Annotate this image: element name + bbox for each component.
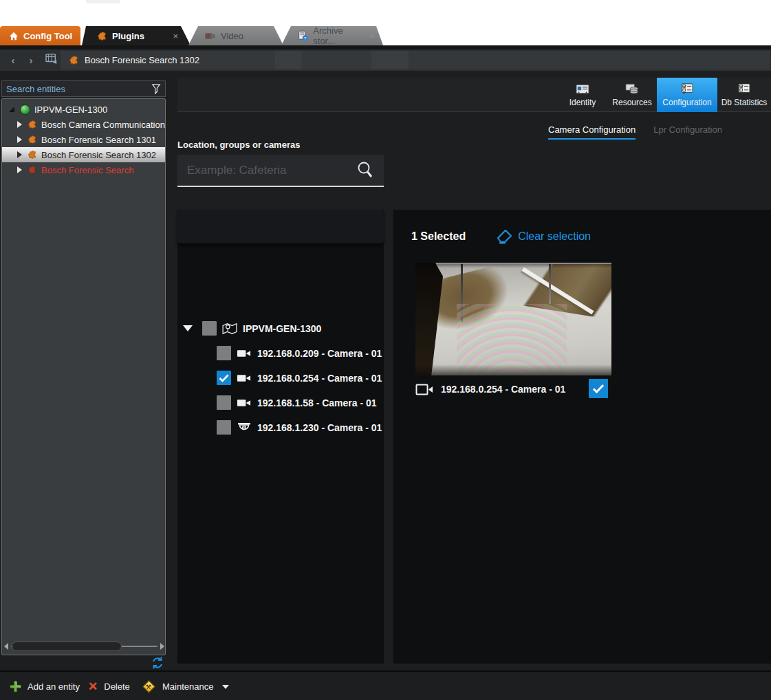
scrollbar-thumb[interactable] xyxy=(12,642,122,651)
plugin-puzzle-icon xyxy=(28,135,37,144)
camera-row[interactable]: 192.168.1.58 - Camera - 01 xyxy=(217,395,377,410)
camera-row-checked[interactable]: 192.168.0.254 - Camera - 01 xyxy=(217,371,382,385)
tab-plugins-label: Plugins xyxy=(112,31,144,41)
configuration-icon xyxy=(680,83,694,95)
refresh-button[interactable] xyxy=(151,656,166,671)
camera-row[interactable]: 192.168.1.230 - Camera - 01 xyxy=(217,420,382,435)
home-icon xyxy=(9,32,19,41)
chevron-down-icon xyxy=(222,685,229,689)
expander-open-icon[interactable] xyxy=(9,107,14,112)
camera-tree-panel: IPPVM-GEN-1300 192.168.0.209 - Camera - … xyxy=(177,210,384,664)
resources-icon xyxy=(625,83,639,95)
checkbox-unchecked[interactable] xyxy=(217,395,231,410)
search-icon[interactable] xyxy=(356,161,374,180)
camera-search-label: Location, groups or cameras xyxy=(177,140,300,150)
plugin-puzzle-icon xyxy=(28,165,37,175)
maintenance-button[interactable]: ⚒ Maintenance xyxy=(144,672,229,700)
tab-identity-label: Identity xyxy=(569,98,596,107)
maintenance-label: Maintenance xyxy=(162,681,213,692)
horizontal-scrollbar[interactable] xyxy=(4,641,164,652)
checkbox-checked[interactable] xyxy=(589,379,608,398)
entity-tree-item-plugin[interactable]: Bosch Camera Communication 1302 xyxy=(2,117,165,132)
back-arrow-icon[interactable]: ‹ xyxy=(7,54,19,66)
entity-tab-bar: Identity Resources xyxy=(177,78,771,112)
site-icon xyxy=(222,322,237,335)
filter-funnel-icon[interactable] xyxy=(151,84,161,94)
breadcrumb[interactable]: Bosch Forensic Search 1302 xyxy=(61,51,770,69)
checkbox-unchecked[interactable] xyxy=(217,420,231,435)
tab-archive-close-icon[interactable]: × xyxy=(369,31,375,41)
entity-label: Bosch Camera Communication 1302 xyxy=(41,120,165,130)
camera-tree-root-row[interactable]: IPPVM-GEN-1300 xyxy=(183,321,321,336)
expander-closed-icon[interactable] xyxy=(17,136,22,143)
history-icon[interactable] xyxy=(45,54,58,67)
app-tab-row: Config Tool Plugins × Video ? xyxy=(0,26,771,45)
entity-tree-item-plugin-selected[interactable]: Bosch Forensic Search 1302 xyxy=(2,147,165,162)
tab-plugins-close-icon[interactable]: × xyxy=(173,31,178,41)
scroll-right-icon[interactable] xyxy=(160,643,164,650)
tab-configuration[interactable]: Configuration xyxy=(657,78,717,112)
entity-search-placeholder: Search entities xyxy=(2,84,151,94)
breadcrumb-entity-label: Bosch Forensic Search 1302 xyxy=(85,55,199,65)
camera-row[interactable]: 192.168.0.209 - Camera - 01 xyxy=(217,346,382,360)
tab-plugins[interactable]: Plugins × xyxy=(82,26,191,45)
tab-archive-storage[interactable]: ? Archive stor... × xyxy=(280,26,383,45)
clear-selection-label: Clear selection xyxy=(518,230,591,243)
entity-tree-item-plugin[interactable]: Bosch Forensic Search 1301 xyxy=(2,132,165,147)
delete-x-icon: ✕ xyxy=(88,679,98,694)
entity-search-box[interactable]: Search entities xyxy=(1,80,166,97)
add-plus-icon xyxy=(10,681,21,692)
db-statistics-icon xyxy=(737,83,751,95)
checkbox-checked[interactable] xyxy=(217,371,231,385)
main-content: Search entities IPPVM-GEN-1300 Bosch Cam… xyxy=(0,71,771,670)
expander-open-icon[interactable] xyxy=(183,325,193,331)
sub-tab-camera-configuration[interactable]: Camera Configuration xyxy=(548,124,636,140)
tab-resources[interactable]: Resources xyxy=(607,78,657,112)
camera-search-input[interactable]: Example: Cafeteria xyxy=(177,155,384,187)
tab-video[interactable]: Video xyxy=(187,26,283,45)
checkbox-unchecked[interactable] xyxy=(202,321,217,336)
box-camera-icon xyxy=(237,349,251,358)
entity-tree-item-plugin-error[interactable]: Bosch Forensic Search xyxy=(2,162,165,177)
add-entity-button[interactable]: Add an entity xyxy=(10,672,80,700)
sub-tab-lpr-configuration[interactable]: Lpr Configuration xyxy=(653,124,722,140)
video-camera-icon xyxy=(205,32,216,40)
delete-label: Delete xyxy=(104,681,130,692)
checkbox-unchecked[interactable] xyxy=(217,346,231,360)
expander-closed-icon[interactable] xyxy=(17,166,22,173)
expander-closed-icon[interactable] xyxy=(17,151,22,158)
tab-identity[interactable]: Identity xyxy=(558,78,607,112)
entity-tree-item-server[interactable]: IPPVM-GEN-1300 xyxy=(2,102,165,117)
eraser-icon xyxy=(496,229,512,244)
tab-db-statistics[interactable]: Db Statistics xyxy=(717,78,771,112)
server-globe-icon xyxy=(20,105,30,115)
selected-count: 1 Selected xyxy=(411,230,466,243)
selection-panel: 1 Selected Clear selection xyxy=(393,210,771,664)
tab-resources-label: Resources xyxy=(612,98,651,107)
scroll-left-icon[interactable] xyxy=(4,643,8,650)
box-camera-icon xyxy=(237,398,251,408)
camera-tree-root-label: IPPVM-GEN-1300 xyxy=(243,323,321,334)
clear-selection-button[interactable]: Clear selection xyxy=(496,229,591,244)
entity-tree: IPPVM-GEN-1300 Bosch Camera Communicatio… xyxy=(1,98,166,655)
puzzle-icon xyxy=(69,55,79,65)
selected-camera-row[interactable]: 192.168.0.254 - Camera - 01 xyxy=(415,379,611,400)
camera-label: 192.168.0.209 - Camera - 01 xyxy=(257,348,382,359)
delete-button[interactable]: ✕ Delete xyxy=(88,672,130,700)
archive-storage-icon: ? xyxy=(298,30,308,41)
navigation-bar: ‹ › Bosch Forensic Search 1302 xyxy=(0,50,771,71)
entity-label: Bosch Forensic Search 1302 xyxy=(41,150,156,160)
camera-thumbnail[interactable] xyxy=(415,263,611,375)
dome-camera-icon xyxy=(237,422,251,433)
config-tool-label: Config Tool xyxy=(23,31,72,41)
expander-closed-icon[interactable] xyxy=(17,121,22,128)
forward-arrow-icon[interactable]: › xyxy=(25,54,37,66)
browser-ghost-tab xyxy=(86,0,120,3)
scrollbar-track[interactable] xyxy=(11,642,158,651)
config-tool-button[interactable]: Config Tool xyxy=(0,26,80,45)
box-camera-icon xyxy=(237,373,251,383)
camera-label: 192.168.0.254 - Camera - 01 xyxy=(257,373,382,384)
camera-label: 192.168.1.230 - Camera - 01 xyxy=(257,422,382,433)
bottom-toolbar: Add an entity ✕ Delete ⚒ Maintenance xyxy=(0,670,771,700)
plugin-puzzle-icon xyxy=(28,120,37,129)
